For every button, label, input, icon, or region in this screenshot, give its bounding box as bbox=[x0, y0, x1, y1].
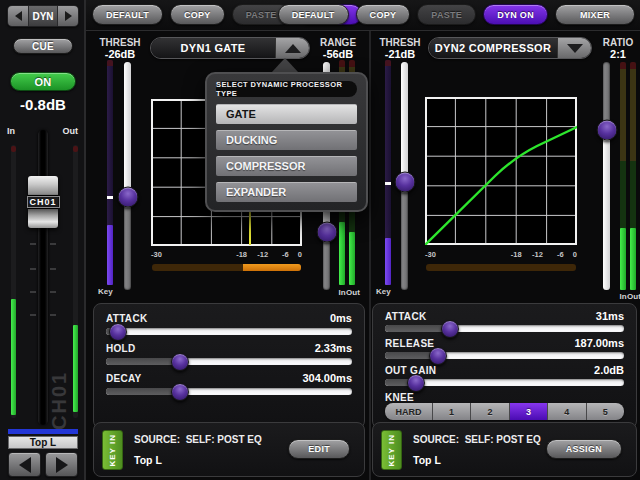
dyn2-outgain-slider[interactable] bbox=[385, 379, 624, 386]
selector-prev-button[interactable] bbox=[8, 6, 28, 26]
thresh-label: THRESH bbox=[374, 37, 426, 48]
slider-thumb[interactable] bbox=[407, 374, 425, 392]
dyn2-type-dropdown-button[interactable] bbox=[557, 38, 591, 58]
dyn1-copy-button[interactable]: COPY bbox=[170, 4, 225, 25]
fader-tick bbox=[30, 268, 36, 270]
dyn2-release-slider[interactable] bbox=[385, 352, 624, 359]
fader-tick bbox=[30, 314, 36, 316]
thresh-label: THRESH bbox=[94, 37, 146, 48]
dyn1-type-dropdown-button[interactable] bbox=[275, 38, 309, 58]
dyn1-range-readout: RANGE -56dB bbox=[312, 37, 364, 60]
slider-thumb[interactable] bbox=[171, 383, 189, 401]
scale-tick: -18 bbox=[511, 250, 522, 259]
popup-item-compressor[interactable]: COMPRESSOR bbox=[216, 156, 357, 176]
range-label: RANGE bbox=[312, 37, 364, 48]
dyn2-out-label: Out bbox=[627, 292, 640, 301]
knee-option-5[interactable]: 5 bbox=[587, 403, 624, 420]
scale-tick: -30 bbox=[151, 250, 162, 259]
dyn2-threshold-slider-thumb[interactable] bbox=[394, 171, 415, 192]
mixer-button[interactable]: MIXER bbox=[555, 4, 635, 25]
knee-option-4[interactable]: 4 bbox=[548, 403, 586, 420]
dyn2-type-dropdown[interactable]: DYN2 COMPRESSOR bbox=[428, 37, 592, 59]
meter-level bbox=[349, 232, 355, 285]
dyn2-params-panel: ATTACK31ms RELEASE187.00ms OUT GAIN2.0dB… bbox=[372, 303, 637, 429]
chevron-down-icon bbox=[567, 44, 583, 53]
slider-fill bbox=[106, 358, 180, 365]
popup-pointer bbox=[271, 58, 299, 73]
fader-track[interactable] bbox=[38, 130, 48, 425]
dyn2-threshold-slider[interactable] bbox=[401, 62, 408, 290]
dyn2-default-button[interactable]: DEFAULT bbox=[278, 4, 349, 25]
dyn1-gain-reduction-meter bbox=[152, 264, 301, 271]
knee-option-hard[interactable]: HARD bbox=[385, 403, 433, 420]
channel-on-button[interactable]: ON bbox=[10, 72, 76, 91]
slider-fill bbox=[603, 130, 610, 290]
popup-item-expander[interactable]: EXPANDER bbox=[216, 182, 357, 202]
scale-tick: -30 bbox=[425, 250, 436, 259]
dyn1-type-dropdown[interactable]: DYN1 GATE bbox=[150, 37, 310, 59]
dyn2-keyin-panel: KEY IN SOURCE: SELF: POST EQ Top L ASSIG… bbox=[372, 422, 637, 477]
threshold-tick bbox=[107, 196, 113, 199]
compressor-graph bbox=[425, 97, 577, 245]
dyn1-keyin-edit-button[interactable]: EDIT bbox=[288, 439, 350, 459]
cue-button[interactable]: CUE bbox=[13, 38, 73, 54]
dyn2-ratio-slider[interactable] bbox=[603, 62, 610, 290]
slider-fill bbox=[401, 62, 408, 182]
dyn2-on-button[interactable]: DYN ON bbox=[483, 4, 548, 25]
range-value: -56dB bbox=[312, 48, 364, 60]
scale-tick: -12 bbox=[532, 250, 543, 259]
slider-thumb[interactable] bbox=[171, 353, 189, 371]
clip-indicator bbox=[385, 60, 391, 66]
param-value: 2.33ms bbox=[315, 342, 352, 354]
slider-thumb[interactable] bbox=[109, 323, 127, 341]
fader-gain-value: -0.8dB bbox=[0, 96, 86, 113]
meter-level bbox=[385, 238, 391, 285]
fader-tick bbox=[50, 314, 56, 316]
key-in-badge: KEY IN bbox=[102, 430, 123, 470]
dyn1-out-label: Out bbox=[346, 288, 360, 297]
popup-item-ducking[interactable]: DUCKING bbox=[216, 130, 357, 150]
dyn1-threshold-slider[interactable] bbox=[124, 62, 131, 290]
dyn2-copy-button[interactable]: COPY bbox=[356, 4, 411, 25]
fader-handle[interactable]: CH01 bbox=[28, 176, 58, 228]
dyn1-keyin-panel: KEY IN SOURCE: SELF: POST EQ Top L EDIT bbox=[93, 422, 365, 477]
knee-option-3[interactable]: 3 bbox=[510, 403, 548, 420]
dynamics-screen: DYN CUE ON -0.8dB In Out CH01 CH01 Top L bbox=[0, 0, 640, 480]
ratio-value: 2:1 bbox=[597, 48, 639, 60]
meter-level bbox=[339, 222, 345, 285]
meter-level bbox=[243, 264, 301, 271]
slider-thumb[interactable] bbox=[429, 347, 447, 365]
meter-level bbox=[73, 325, 78, 412]
dyn1-threshold-slider-thumb[interactable] bbox=[117, 186, 138, 207]
param-value: 304.00ms bbox=[302, 372, 352, 384]
dyn1-range-slider-thumb[interactable] bbox=[316, 222, 337, 243]
dyn1-hold-slider[interactable] bbox=[106, 358, 352, 365]
dyn2-keyin-assign-button[interactable]: ASSIGN bbox=[546, 439, 622, 459]
channel-id-watermark: CH01 bbox=[48, 352, 71, 430]
slider-thumb[interactable] bbox=[441, 320, 459, 338]
dyn2-type-label: DYN2 COMPRESSOR bbox=[429, 38, 557, 58]
keyin-source-text: SOURCE: SELF: POST EQ bbox=[134, 434, 262, 445]
strip-out-meter bbox=[73, 145, 78, 418]
channel-color-bar bbox=[8, 429, 78, 434]
threshold-tick bbox=[385, 182, 391, 185]
dyn2-attack-slider[interactable] bbox=[385, 325, 624, 332]
dyn1-default-button[interactable]: DEFAULT bbox=[92, 4, 163, 25]
dyn1-key-meter-label: Key bbox=[98, 287, 113, 296]
selector-next-button[interactable] bbox=[58, 6, 78, 26]
meter-level bbox=[620, 228, 626, 290]
dyn2-ratio-slider-thumb[interactable] bbox=[596, 119, 617, 140]
ratio-label: RATIO bbox=[597, 37, 639, 48]
knee-option-1[interactable]: 1 bbox=[433, 403, 471, 420]
dyn2-transfer-graph bbox=[425, 97, 577, 245]
next-channel-button[interactable] bbox=[45, 452, 78, 477]
knee-option-2[interactable]: 2 bbox=[471, 403, 509, 420]
param-value: 31ms bbox=[596, 310, 624, 322]
left-arrow-icon bbox=[19, 457, 31, 473]
dyn1-decay-slider[interactable] bbox=[106, 388, 352, 395]
fader-tick bbox=[30, 291, 36, 293]
popup-body: SELECT DYNAMIC PROCESSOR TYPE GATE DUCKI… bbox=[205, 72, 368, 212]
dyn1-attack-slider[interactable] bbox=[106, 328, 352, 335]
prev-channel-button[interactable] bbox=[8, 452, 41, 477]
popup-item-gate[interactable]: GATE bbox=[216, 104, 357, 124]
